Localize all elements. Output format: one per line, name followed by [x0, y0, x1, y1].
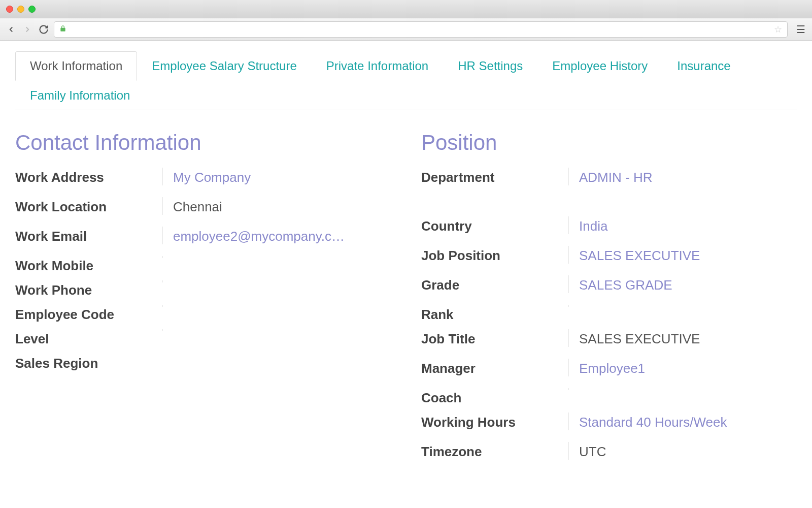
- url-bar[interactable]: ☆: [54, 21, 788, 38]
- tab-private-information[interactable]: Private Information: [312, 51, 443, 81]
- position-section: Position Department ADMIN - HR Country I…: [421, 131, 797, 471]
- field-label: Sales Region: [15, 354, 162, 371]
- field-label: Job Title: [421, 329, 568, 347]
- field-label: Work Address: [15, 168, 162, 185]
- field-label: Timezone: [421, 442, 568, 460]
- browser-titlebar: [0, 0, 812, 18]
- tab-hr-settings[interactable]: HR Settings: [443, 51, 537, 81]
- tabs-row: Work Information Employee Salary Structu…: [15, 51, 797, 110]
- field-timezone: Timezone UTC: [421, 442, 797, 465]
- field-country: Country India: [421, 216, 797, 240]
- contact-information-section: Contact Information Work Address My Comp…: [15, 131, 391, 471]
- field-value: [162, 329, 391, 331]
- field-value[interactable]: My Company: [162, 168, 391, 185]
- maximize-window-button[interactable]: [28, 6, 36, 13]
- field-value: UTC: [568, 442, 797, 460]
- field-value: [162, 256, 391, 258]
- field-working-hours: Working Hours Standard 40 Hours/Week: [421, 412, 797, 436]
- browser-window: ☆ ☰ Work Information Employee Salary Str…: [0, 0, 812, 508]
- field-value: SALES EXECUTIVE: [568, 329, 797, 347]
- field-employee-code: Employee Code: [15, 305, 391, 323]
- browser-toolbar: ☆ ☰: [0, 18, 812, 41]
- field-rank: Rank: [421, 305, 797, 323]
- field-work-address: Work Address My Company: [15, 168, 391, 191]
- reload-button[interactable]: [38, 23, 50, 36]
- tab-family-information[interactable]: Family Information: [15, 81, 145, 110]
- lock-icon: [59, 25, 66, 34]
- contact-section-title: Contact Information: [15, 131, 391, 155]
- field-label: Working Hours: [421, 412, 568, 430]
- tab-insurance[interactable]: Insurance: [662, 51, 745, 81]
- field-label: Work Phone: [15, 280, 162, 298]
- field-value: Chennai: [162, 197, 391, 215]
- field-label: Level: [15, 329, 162, 347]
- field-label: Job Position: [421, 246, 568, 264]
- field-label: Department: [421, 168, 568, 185]
- field-label: Coach: [421, 388, 568, 406]
- field-coach: Coach: [421, 388, 797, 406]
- field-work-email: Work Email employee2@mycompany.c…: [15, 227, 391, 250]
- field-value: [568, 388, 797, 390]
- field-label: Manager: [421, 359, 568, 376]
- page-content: Work Information Employee Salary Structu…: [0, 41, 812, 508]
- close-window-button[interactable]: [6, 6, 13, 13]
- field-level: Level: [15, 329, 391, 347]
- minimize-window-button[interactable]: [17, 6, 24, 13]
- tab-work-information[interactable]: Work Information: [15, 51, 137, 81]
- field-manager: Manager Employee1: [421, 359, 797, 382]
- field-value[interactable]: ADMIN - HR: [568, 168, 797, 185]
- field-value[interactable]: SALES EXECUTIVE: [568, 246, 797, 264]
- field-value[interactable]: Employee1: [568, 359, 797, 376]
- field-label: Grade: [421, 275, 568, 293]
- field-value: [162, 280, 391, 282]
- field-job-title: Job Title SALES EXECUTIVE: [421, 329, 797, 353]
- field-department: Department ADMIN - HR: [421, 168, 797, 191]
- back-button[interactable]: [5, 23, 17, 36]
- field-label: Work Location: [15, 197, 162, 215]
- field-label: Employee Code: [15, 305, 162, 323]
- field-sales-region: Sales Region: [15, 354, 391, 372]
- field-value[interactable]: Standard 40 Hours/Week: [568, 412, 797, 430]
- field-grade: Grade SALES GRADE: [421, 275, 797, 299]
- field-value[interactable]: India: [568, 216, 797, 234]
- sections-container: Contact Information Work Address My Comp…: [15, 131, 797, 471]
- tab-employee-history[interactable]: Employee History: [537, 51, 662, 81]
- field-label: Rank: [421, 305, 568, 323]
- field-label: Country: [421, 216, 568, 234]
- field-label: Work Mobile: [15, 256, 162, 274]
- field-work-phone: Work Phone: [15, 280, 391, 299]
- field-work-mobile: Work Mobile: [15, 256, 391, 274]
- position-section-title: Position: [421, 131, 797, 155]
- field-value: [162, 354, 391, 356]
- field-value: [568, 305, 797, 307]
- field-value[interactable]: employee2@mycompany.c…: [162, 227, 391, 244]
- field-job-position: Job Position SALES EXECUTIVE: [421, 246, 797, 269]
- tab-employee-salary-structure[interactable]: Employee Salary Structure: [137, 51, 311, 81]
- field-value[interactable]: SALES GRADE: [568, 275, 797, 293]
- forward-button[interactable]: [21, 23, 33, 36]
- field-label: Work Email: [15, 227, 162, 244]
- hamburger-menu-icon[interactable]: ☰: [795, 23, 807, 36]
- bookmark-icon[interactable]: ☆: [774, 24, 782, 35]
- field-value: [162, 305, 391, 307]
- field-work-location: Work Location Chennai: [15, 197, 391, 220]
